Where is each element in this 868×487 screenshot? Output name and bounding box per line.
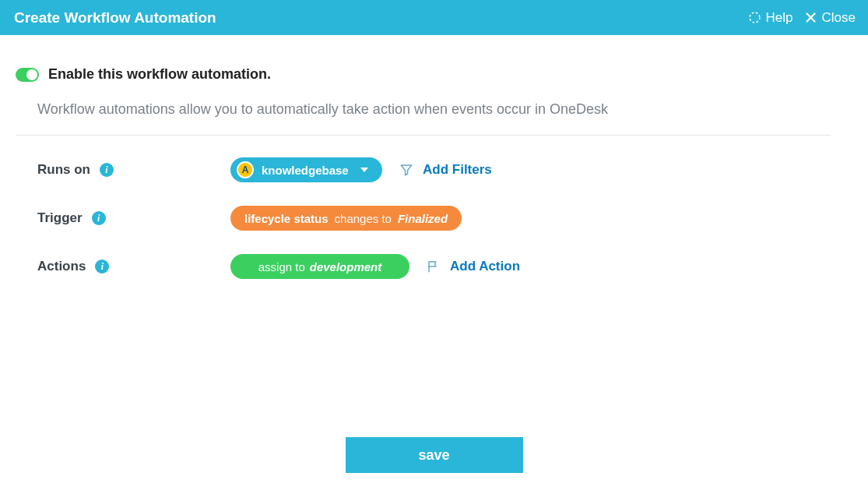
runs-on-value: knowledgebase article: [262, 164, 348, 177]
close-label: Close: [822, 10, 856, 26]
action-value: development: [310, 260, 382, 273]
enable-row: Enable this workflow automation.: [16, 66, 831, 83]
actions-label-group: Actions i: [37, 259, 230, 274]
add-filters-button[interactable]: Add Filters: [399, 162, 492, 178]
save-button[interactable]: save: [346, 437, 523, 473]
svg-point-0: [750, 12, 760, 23]
runs-on-content: A knowledgebase article Add Filters: [230, 157, 492, 182]
help-icon: [748, 11, 761, 24]
runs-on-label: Runs on: [37, 162, 90, 178]
knowledgebase-icon: A: [237, 161, 254, 178]
add-filters-label: Add Filters: [423, 162, 492, 178]
enable-toggle[interactable]: [16, 68, 39, 82]
actions-content: assign to development Add Action: [230, 254, 520, 279]
actions-row: Actions i assign to development Add Acti…: [37, 254, 831, 279]
trigger-value: Finalized: [398, 212, 448, 225]
enable-label: Enable this workflow automation.: [48, 66, 271, 83]
divider: [16, 135, 831, 136]
trigger-label: Trigger: [37, 210, 83, 226]
trigger-field: lifecycle status: [244, 212, 329, 225]
dialog-body: Enable this workflow automation. Workflo…: [0, 35, 868, 279]
header-actions: Help Close: [748, 10, 856, 26]
filter-icon: [399, 163, 413, 177]
actions-label: Actions: [37, 259, 86, 274]
action-pill[interactable]: assign to development: [230, 254, 409, 279]
trigger-row: Trigger i lifecycle status changes to Fi…: [37, 206, 831, 231]
config-section: Runs on i A knowledgebase article Add Fi…: [37, 157, 831, 279]
help-button[interactable]: Help: [748, 10, 793, 26]
dialog-header: Create Workflow Automation Help Close: [0, 0, 868, 35]
dialog-footer: save: [0, 437, 868, 473]
automation-description: Workflow automations allow you to automa…: [37, 101, 831, 118]
trigger-label-group: Trigger i: [37, 210, 230, 226]
trigger-content: lifecycle status changes to Finalized: [230, 206, 462, 231]
add-action-label: Add Action: [450, 259, 520, 274]
info-icon[interactable]: i: [92, 211, 106, 225]
runs-on-row: Runs on i A knowledgebase article Add Fi…: [37, 157, 831, 182]
trigger-operator: changes to: [335, 212, 392, 225]
add-action-button[interactable]: Add Action: [427, 259, 520, 274]
info-icon[interactable]: i: [95, 259, 109, 273]
close-button[interactable]: Close: [804, 10, 856, 26]
close-icon: [804, 11, 817, 24]
action-type: assign to: [258, 260, 305, 273]
help-label: Help: [766, 10, 793, 26]
flag-icon: [427, 259, 441, 273]
dialog-title: Create Workflow Automation: [14, 9, 216, 26]
runs-on-label-group: Runs on i: [37, 162, 230, 178]
info-icon[interactable]: i: [100, 163, 114, 177]
runs-on-selector[interactable]: A knowledgebase article: [230, 157, 382, 182]
trigger-pill[interactable]: lifecycle status changes to Finalized: [230, 206, 462, 231]
chevron-down-icon: [360, 168, 368, 172]
